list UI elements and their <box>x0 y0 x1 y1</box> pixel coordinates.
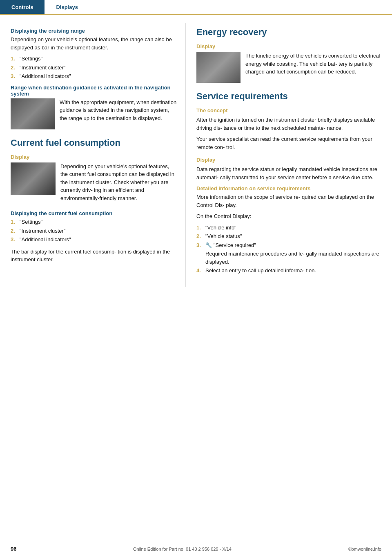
concept-text1: After the ignition is turned on the inst… <box>196 116 384 132</box>
fuel-bar-text: The bar display for the current fuel con… <box>11 248 177 264</box>
cruising-range-intro: Depending on your vehicle's optional fea… <box>11 36 177 51</box>
main-content: Displaying the cruising range Depending … <box>0 15 392 287</box>
service-icon: 🔧 <box>205 241 212 249</box>
list-item: 1."Settings" <box>11 218 177 226</box>
service-requirements-section: Service requirements The concept After t… <box>196 91 384 275</box>
footer-site: ©bmwonline.info <box>348 547 381 552</box>
header-tabs: Controls Displays <box>0 0 392 15</box>
range-destination-section: Range when destination guidance is activ… <box>11 85 177 129</box>
list-item: 3."Additional indicators" <box>11 236 177 244</box>
service-display-text: Data regarding the service status or leg… <box>196 165 384 181</box>
tab-controls-label: Controls <box>11 4 33 10</box>
detailed-subtitle: Detailed information on service requirem… <box>196 185 384 191</box>
range-destination-content: With the appropriate equipment, when des… <box>11 98 177 129</box>
displaying-fuel-subtitle: Displaying the current fuel consumption <box>11 210 177 216</box>
concept-text2: Your service specialist can read the cur… <box>196 135 384 151</box>
step3-extra: Required maintenance procedures and le‐ … <box>205 251 379 265</box>
service-requirements-title: Service requirements <box>196 91 384 102</box>
right-column: Energy recovery Display The kinetic ener… <box>186 23 392 287</box>
fuel-display-subtitle: Display <box>11 154 177 160</box>
energy-recovery-title: Energy recovery <box>196 27 384 38</box>
fuel-display-block: Depending on your vehicle's optional fea… <box>11 162 177 206</box>
current-fuel-title: Current fuel consumption <box>11 138 177 148</box>
list-item: 2."Instrument cluster" <box>11 227 177 235</box>
service-display-subtitle: Display <box>196 157 384 163</box>
list-item: 2."Instrument cluster" <box>11 64 177 72</box>
energy-recovery-section: Energy recovery Display The kinetic ener… <box>196 27 384 83</box>
list-item: 1."Vehicle info" <box>196 224 384 232</box>
tab-controls[interactable]: Controls <box>0 0 45 14</box>
tab-displays-label: Displays <box>56 4 78 10</box>
cruising-range-title: Displaying the cruising range <box>11 28 177 34</box>
fuel-display-image <box>11 162 56 195</box>
list-item: 2."Vehicle status" <box>196 232 384 240</box>
page-number: 96 <box>11 546 16 552</box>
energy-display-subtitle: Display <box>196 43 384 49</box>
concept-subtitle: The concept <box>196 107 384 113</box>
range-destination-image <box>11 98 55 129</box>
energy-display-text: The kinetic energy of the vehicle is con… <box>245 52 384 76</box>
detailed-text2: On the Control Display: <box>196 212 384 220</box>
list-item: 4.Select an entry to call up detailed in… <box>196 267 384 275</box>
cruising-range-section: Displaying the cruising range Depending … <box>11 28 177 80</box>
energy-display-image <box>196 52 241 83</box>
tab-displays[interactable]: Displays <box>45 0 89 15</box>
service-steps: 1."Vehicle info" 2."Vehicle status" 3. 🔧… <box>196 224 384 275</box>
footer-copyright: Online Edition for Part no. 01 40 2 956 … <box>133 547 232 552</box>
list-item: 3. 🔧 "Service required" Required mainten… <box>196 241 384 266</box>
fuel-steps: 1."Settings" 2."Instrument cluster" 3."A… <box>11 218 177 244</box>
range-destination-title: Range when destination guidance is activ… <box>11 85 177 97</box>
list-item: 3."Additional indicators" <box>11 72 177 80</box>
footer: 96 Online Edition for Part no. 01 40 2 9… <box>0 546 392 552</box>
range-destination-text: With the appropriate equipment, when des… <box>60 98 177 122</box>
energy-display-content: The kinetic energy of the vehicle is con… <box>196 52 384 83</box>
cruising-range-steps: 1."Settings" 2."Instrument cluster" 3."A… <box>11 55 177 80</box>
list-item: 1."Settings" <box>11 55 177 63</box>
left-column: Displaying the cruising range Depending … <box>0 23 186 287</box>
detailed-text1: More information on the scope of service… <box>196 193 384 209</box>
